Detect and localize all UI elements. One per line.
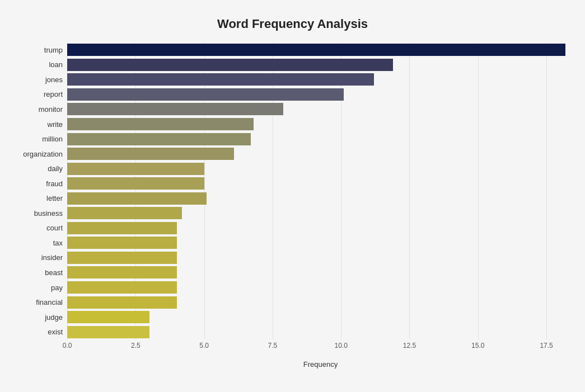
bar <box>67 326 149 338</box>
y-label: exist <box>48 328 63 336</box>
y-label: write <box>48 121 63 128</box>
y-label: organization <box>23 150 63 158</box>
x-tick: 15.0 <box>471 342 484 350</box>
bar-row <box>67 161 574 176</box>
bar <box>67 296 177 309</box>
x-tick: 17.5 <box>540 342 553 350</box>
bar-row <box>67 280 574 295</box>
bar-row <box>67 117 574 132</box>
y-axis: trumploanjonesreportmonitorwritemilliono… <box>11 42 67 356</box>
y-label: trump <box>44 46 63 54</box>
bar <box>67 281 177 294</box>
bar-row <box>67 235 574 251</box>
bar <box>67 177 204 190</box>
bars-and-x: Frequency 0.02.55.07.510.012.515.017.5 <box>67 42 574 356</box>
x-tick: 5.0 <box>199 342 209 350</box>
bar-row <box>67 221 574 236</box>
bar-row <box>67 72 574 87</box>
bar <box>67 252 177 264</box>
bar-row <box>67 58 574 73</box>
chart-title: Word Frequency Analysis <box>11 11 574 31</box>
chart-area: trumploanjonesreportmonitorwritemilliono… <box>11 42 574 356</box>
x-axis: Frequency 0.02.55.07.510.012.515.017.5 <box>67 339 574 356</box>
x-tick: 2.5 <box>131 342 141 350</box>
x-tick: 10.0 <box>335 342 348 350</box>
bar-row <box>67 102 574 117</box>
bar <box>67 133 251 145</box>
bar-row <box>67 131 574 147</box>
bar-row <box>67 265 574 280</box>
y-label: million <box>42 135 63 143</box>
bar-row <box>67 147 574 162</box>
y-label: pay <box>51 284 63 291</box>
bar <box>67 266 177 278</box>
bar-row <box>67 251 574 266</box>
bar <box>67 44 565 56</box>
x-tick: 12.5 <box>403 342 416 350</box>
y-label: insider <box>41 254 63 261</box>
x-axis-label: Frequency <box>303 360 338 369</box>
bar-row <box>67 206 574 221</box>
bar <box>67 237 177 249</box>
y-label: judge <box>45 314 63 321</box>
bars-area <box>67 42 574 339</box>
bar-row <box>67 295 574 310</box>
bar <box>67 88 344 101</box>
y-label: daily <box>48 165 63 172</box>
bar-row <box>67 324 574 339</box>
bar <box>67 222 177 234</box>
chart-container: Word Frequency Analysis trumploanjonesre… <box>0 0 585 392</box>
bar <box>67 73 374 86</box>
y-label: monitor <box>39 106 63 113</box>
y-label: tax <box>53 239 63 247</box>
y-label: fraud <box>46 180 63 187</box>
y-label: letter <box>46 195 63 202</box>
y-label: jones <box>45 76 63 83</box>
bar <box>67 163 204 175</box>
bar-row <box>67 176 574 191</box>
bar <box>67 148 234 160</box>
y-label: loan <box>49 61 63 68</box>
bar <box>67 118 254 130</box>
bar-row <box>67 42 574 58</box>
bar <box>67 103 283 115</box>
y-label: financial <box>36 299 63 306</box>
y-label: court <box>46 224 63 232</box>
bar-row <box>67 191 574 206</box>
x-tick: 0.0 <box>63 342 72 350</box>
bar-row <box>67 310 574 325</box>
bar <box>67 192 207 205</box>
bar <box>67 59 393 71</box>
bar-row <box>67 87 574 102</box>
x-tick: 7.5 <box>268 342 278 350</box>
y-label: report <box>44 91 63 98</box>
y-label: beast <box>45 269 63 276</box>
bar <box>67 207 182 219</box>
y-label: business <box>34 210 63 217</box>
bar <box>67 311 149 323</box>
